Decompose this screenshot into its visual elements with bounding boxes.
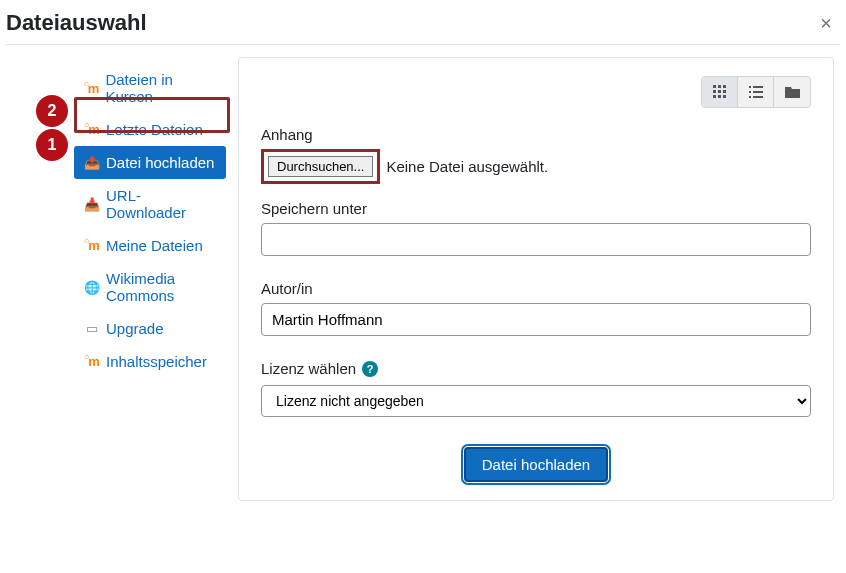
view-list-button[interactable] [738,77,774,107]
svg-rect-6 [713,95,716,98]
sidebar-item-wikimedia[interactable]: 🌐 Wikimedia Commons [74,262,226,312]
dialog-title: Dateiauswahl [6,10,147,36]
browse-button[interactable]: Durchsuchen... [268,156,373,177]
sidebar-item-label: Letzte Dateien [106,121,203,138]
repository-sidebar: 1 2 m Dateien in Kursen m Letzte Dateien… [6,57,226,501]
box-icon: ▭ [84,321,100,337]
sidebar-item-content-bank[interactable]: m Inhaltsspeicher [74,345,226,378]
svg-rect-5 [723,90,726,93]
sidebar-item-my-files[interactable]: m Meine Dateien [74,229,226,262]
save-as-label: Speichern unter [261,200,811,217]
sidebar-item-label: Inhaltsspeicher [106,353,207,370]
annotation-badge-1: 1 [36,129,68,161]
upload-submit-button[interactable]: Datei hochladen [464,447,608,482]
svg-rect-7 [718,95,721,98]
help-icon[interactable]: ? [362,361,378,377]
close-icon[interactable]: × [812,12,840,35]
no-file-text: Keine Datei ausgewählt. [386,158,548,175]
svg-rect-14 [753,96,763,98]
svg-rect-3 [713,90,716,93]
annotation-badge-2: 2 [36,95,68,127]
dialog-header: Dateiauswahl × [6,10,840,45]
sidebar-item-label: Dateien in Kursen [105,71,216,105]
sidebar-item-label: URL-Downloader [106,187,216,221]
sidebar-item-recent-files[interactable]: m Letzte Dateien [74,113,226,146]
view-toolbar [261,76,811,108]
license-label: Lizenz wählen [261,360,356,377]
view-tree-button[interactable] [774,77,810,107]
sidebar-item-upgrade[interactable]: ▭ Upgrade [74,312,226,345]
sidebar-item-label: Meine Dateien [106,237,203,254]
sidebar-item-url-downloader[interactable]: 📥 URL-Downloader [74,179,226,229]
svg-rect-10 [753,86,763,88]
svg-rect-8 [723,95,726,98]
svg-rect-11 [749,91,751,93]
svg-rect-4 [718,90,721,93]
annotation-highlight-browse: Durchsuchen... [261,149,380,184]
course-icon: m [84,80,99,96]
svg-rect-1 [718,85,721,88]
svg-rect-9 [749,86,751,88]
sidebar-item-upload[interactable]: 📤 Datei hochladen [74,146,226,179]
upload-panel: Anhang Durchsuchen... Keine Datei ausgew… [238,57,834,501]
upload-icon: 📤 [84,155,100,171]
download-icon: 📥 [84,196,100,212]
svg-rect-2 [723,85,726,88]
svg-rect-12 [753,91,763,93]
svg-rect-13 [749,96,751,98]
attachment-label: Anhang [261,126,811,143]
list-icon [749,86,763,98]
view-icons-button[interactable] [702,77,738,107]
grid-icon [713,85,727,99]
recent-icon: m [84,122,100,138]
sidebar-item-label: Upgrade [106,320,164,337]
license-select[interactable]: Lizenz nicht angegeben [261,385,811,417]
bank-icon: m [84,354,100,370]
globe-icon: 🌐 [84,279,100,295]
svg-rect-0 [713,85,716,88]
author-label: Autor/in [261,280,811,297]
sidebar-item-label: Datei hochladen [106,154,214,171]
sidebar-item-label: Wikimedia Commons [106,270,216,304]
files-icon: m [84,238,100,254]
author-input[interactable] [261,303,811,336]
folder-icon [785,86,800,98]
save-as-input[interactable] [261,223,811,256]
sidebar-item-course-files[interactable]: m Dateien in Kursen [74,63,226,113]
